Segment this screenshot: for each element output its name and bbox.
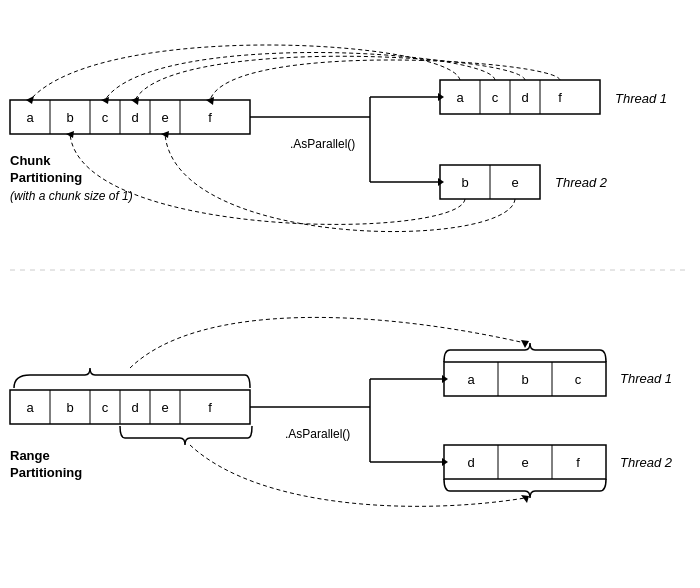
bottom-source-cell-d: d <box>131 400 138 415</box>
top-subtitle: (with a chunk size of 1) <box>10 189 133 203</box>
bottom-output-bottom-bracket <box>444 479 606 498</box>
bottom-t2-cell-f: f <box>576 455 580 470</box>
top-dashed-a <box>30 45 460 100</box>
top-t2-cell-b: b <box>461 175 468 190</box>
bottom-thread1-array: a b c Thread 1 <box>444 343 672 396</box>
bottom-t2-cell-e: e <box>521 455 528 470</box>
bottom-source-cell-f: f <box>208 400 212 415</box>
svg-rect-0 <box>10 100 250 134</box>
bottom-t1-cell-c: c <box>575 372 582 387</box>
top-thread1-array: a c d f Thread 1 <box>440 80 667 114</box>
bottom-title-line2: Partitioning <box>10 465 82 480</box>
bottom-t1-cell-a: a <box>467 372 475 387</box>
top-dashed-b <box>70 134 465 224</box>
top-t2-cell-e: e <box>511 175 518 190</box>
top-source-cell-d: d <box>131 110 138 125</box>
bottom-bottom-bracket <box>120 426 252 445</box>
bottom-method-label: .AsParallel() <box>285 427 350 441</box>
top-t1-cell-f: f <box>558 90 562 105</box>
bottom-source-cell-e: e <box>161 400 168 415</box>
top-source-array: a b c d e f <box>10 100 250 134</box>
svg-marker-41 <box>521 340 529 348</box>
top-t1-cell-a: a <box>456 90 464 105</box>
bottom-t2-cell-d: d <box>467 455 474 470</box>
top-source-cell-c: c <box>102 110 109 125</box>
bottom-title-line1: Range <box>10 448 50 463</box>
bottom-thread2-array: d e f Thread 2 <box>444 445 673 498</box>
top-t1-cell-c: c <box>492 90 499 105</box>
top-source-cell-a: a <box>26 110 34 125</box>
top-title-line2: Partitioning <box>10 170 82 185</box>
svg-rect-24 <box>10 390 250 424</box>
bottom-source-cell-c: c <box>102 400 109 415</box>
top-source-cell-e: e <box>161 110 168 125</box>
bottom-t1-cell-b: b <box>521 372 528 387</box>
svg-rect-6 <box>440 80 600 114</box>
bottom-source-cell-b: b <box>66 400 73 415</box>
bottom-source-array: a b c d e f <box>10 390 250 424</box>
top-thread1-label: Thread 1 <box>615 91 667 106</box>
top-t1-cell-d: d <box>521 90 528 105</box>
svg-marker-42 <box>521 495 529 503</box>
top-dashed-c <box>105 53 495 101</box>
bottom-thread1-label: Thread 1 <box>620 371 672 386</box>
top-method-label: .AsParallel() <box>290 137 355 151</box>
diagram-container: a b c d e f a c d f Thread 1 b e T <box>0 0 700 588</box>
bottom-thread2-label: Thread 2 <box>620 455 673 470</box>
top-source-cell-f: f <box>208 110 212 125</box>
top-title-line1: Chunk <box>10 153 51 168</box>
bottom-source-cell-a: a <box>26 400 34 415</box>
bottom-top-bracket <box>14 368 250 388</box>
bottom-dashed-range1 <box>130 317 525 368</box>
top-thread2-label: Thread 2 <box>555 175 608 190</box>
top-thread2-array: b e Thread 2 <box>440 165 608 199</box>
top-source-cell-b: b <box>66 110 73 125</box>
